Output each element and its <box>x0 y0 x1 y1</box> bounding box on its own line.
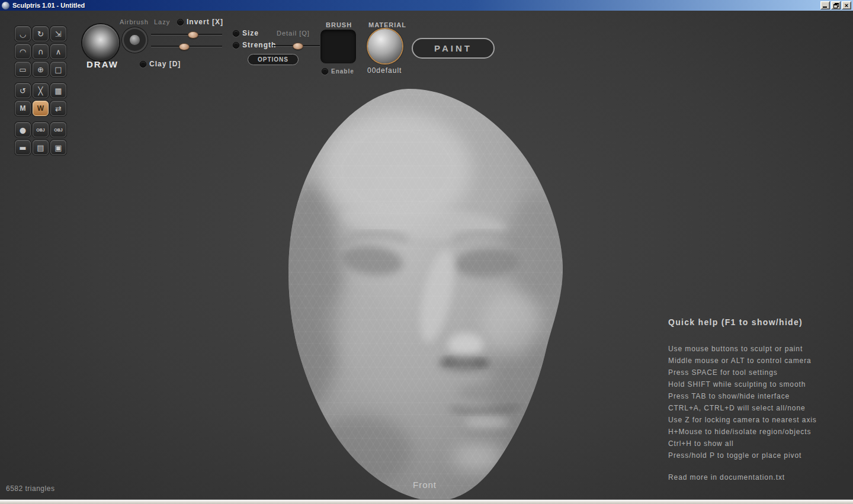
restore-button[interactable] <box>831 1 841 9</box>
tool-import-obj-button[interactable]: OBJ <box>33 122 49 137</box>
tool-crease-button[interactable]: ◡ <box>15 26 31 41</box>
brush-section-label: BRUSH <box>326 21 352 28</box>
toggle-tools-group: ↺ ╳ ▦ M W ⇄ <box>15 83 66 116</box>
strength-radio[interactable] <box>233 42 239 49</box>
grid-icon: ▦ <box>54 87 62 95</box>
tool-export-obj-button[interactable]: OBJ <box>50 122 66 137</box>
symmetry-icon: ⇄ <box>55 105 62 113</box>
grab-icon: ⊕ <box>37 66 44 73</box>
tool-mask-button[interactable]: M <box>15 101 31 116</box>
airbrush-preview[interactable] <box>122 27 147 53</box>
help-footer: Read more in documentation.txt <box>668 473 846 481</box>
minimize-button[interactable] <box>820 1 830 9</box>
restore-icon <box>833 3 839 8</box>
tool-new-plane-button[interactable]: ▬ <box>15 140 31 155</box>
tool-new-sphere-button[interactable]: ● <box>15 122 31 137</box>
help-line: Press TAB to show/hide interface <box>668 390 846 402</box>
tool-grid-button[interactable]: ▦ <box>50 83 66 98</box>
size-slider-knob[interactable] <box>188 31 198 38</box>
help-line: Press SPACE for tool settings <box>668 367 846 378</box>
invert-toggle[interactable]: Invert [X] <box>177 18 223 26</box>
help-line: Ctrl+H to show all <box>668 438 846 450</box>
subdivide-all-icon: ╳ <box>39 87 43 95</box>
tool-palette: ◡ ↻ ⇲ ◠ ∩ ∧ ▭ ⊕ □ ↺ ╳ ▦ M W <box>15 26 66 161</box>
new-plane-icon: ▬ <box>19 144 26 152</box>
new-sphere-icon: ● <box>20 126 26 134</box>
paint-mode-button[interactable]: PAINT <box>412 38 495 59</box>
help-line: CTRL+A, CTRL+D will select all/none <box>668 402 846 414</box>
sculptris-window: Sculptris 1.01 - Untitled × <box>0 0 853 504</box>
size-slider[interactable] <box>151 31 222 38</box>
sculpt-tools-group: ◡ ↻ ⇲ ◠ ∩ ∧ ▭ ⊕ □ <box>15 26 66 77</box>
detail-slider[interactable] <box>272 42 320 49</box>
tool-rotate-button[interactable]: ↻ <box>33 26 49 41</box>
crease-icon: ◡ <box>20 30 26 38</box>
close-icon: × <box>845 2 848 9</box>
wireframe-icon: W <box>37 105 44 112</box>
close-button[interactable]: × <box>842 1 851 9</box>
file-tools-group: ● OBJ OBJ ▬ ▤ ▣ <box>15 122 66 155</box>
airbrush-toggle[interactable]: Airbrush <box>120 18 149 25</box>
flatten-icon: ▭ <box>19 66 26 73</box>
quick-help-panel: Quick help (F1 to show/hide) Use mouse b… <box>668 317 846 481</box>
help-line: Hold SHIFT while sculpting to smooth <box>668 378 846 390</box>
size-radio[interactable] <box>233 30 239 37</box>
mask-icon: M <box>20 105 26 112</box>
material-sphere[interactable] <box>368 29 402 63</box>
tool-grab-button[interactable]: ⊕ <box>33 62 49 77</box>
brush-preview[interactable] <box>82 24 119 61</box>
window-title: Sculptris 1.01 - Untitled <box>12 2 820 9</box>
smooth-icon: □ <box>54 66 62 73</box>
tool-symmetry-button[interactable]: ⇄ <box>50 101 66 116</box>
strength-label: Strength <box>242 41 276 49</box>
tool-inflate-button[interactable]: ∩ <box>33 44 49 59</box>
taskbar-edge <box>0 499 853 504</box>
titlebar[interactable]: Sculptris 1.01 - Untitled × <box>0 0 853 11</box>
size-control[interactable]: Size <box>233 29 259 37</box>
active-tool-label: DRAW <box>86 59 118 69</box>
app-icon <box>2 2 9 9</box>
clay-toggle[interactable]: Clay [D] <box>140 60 181 68</box>
invert-label: Invert [X] <box>187 18 223 26</box>
scale-icon: ⇲ <box>55 30 62 38</box>
material-name: 00default <box>367 66 402 75</box>
material-section-label: MATERIAL <box>368 21 406 28</box>
tool-smooth-button[interactable]: □ <box>50 62 66 77</box>
help-line: H+Mouse to hide/isolate region/objects <box>668 426 846 438</box>
clay-label: Clay [D] <box>149 60 181 68</box>
draw-icon: ◠ <box>20 48 26 56</box>
options-button[interactable]: OPTIONS <box>248 54 299 65</box>
enable-radio[interactable] <box>322 68 328 75</box>
brush-texture-slot[interactable] <box>320 29 357 64</box>
detail-slider-knob[interactable] <box>293 43 303 50</box>
detail-label: Detail [Q] <box>277 30 310 37</box>
tool-wireframe-button[interactable]: W <box>33 101 49 116</box>
triangle-count: 6582 triangles <box>6 484 54 493</box>
strength-slider[interactable] <box>151 43 222 50</box>
size-slider-track[interactable] <box>151 34 222 35</box>
size-label: Size <box>242 29 259 37</box>
import-obj-icon: OBJ <box>36 128 44 132</box>
tool-save-file-button[interactable]: ▣ <box>50 140 66 155</box>
invert-radio[interactable] <box>177 19 184 25</box>
help-line: Use mouse buttons to sculpt or paint <box>668 343 846 355</box>
rotate-icon: ↻ <box>37 30 44 38</box>
inflate-icon: ∩ <box>38 48 44 56</box>
brush-enable-toggle[interactable]: Enable <box>322 68 354 75</box>
strength-slider-knob[interactable] <box>179 43 190 50</box>
help-line: Use Z for locking camera to nearest axis <box>668 414 846 426</box>
clay-radio[interactable] <box>140 61 146 68</box>
open-file-icon: ▤ <box>37 144 44 152</box>
export-obj-icon: OBJ <box>54 128 62 132</box>
lazy-toggle[interactable]: Lazy <box>154 18 170 25</box>
window-controls: × <box>820 1 851 9</box>
tool-draw-button[interactable]: ◠ <box>15 44 31 59</box>
strength-control[interactable]: Strength <box>233 41 276 49</box>
tool-flatten-button[interactable]: ▭ <box>15 62 31 77</box>
tool-scale-button[interactable]: ⇲ <box>50 26 66 41</box>
tool-open-file-button[interactable]: ▤ <box>33 140 49 155</box>
tool-reduce-selected-button[interactable]: ↺ <box>15 83 31 98</box>
tool-subdivide-all-button[interactable]: ╳ <box>33 83 49 98</box>
help-line: Middle mouse or ALT to control camera <box>668 355 846 367</box>
tool-pinch-button[interactable]: ∧ <box>50 44 66 59</box>
